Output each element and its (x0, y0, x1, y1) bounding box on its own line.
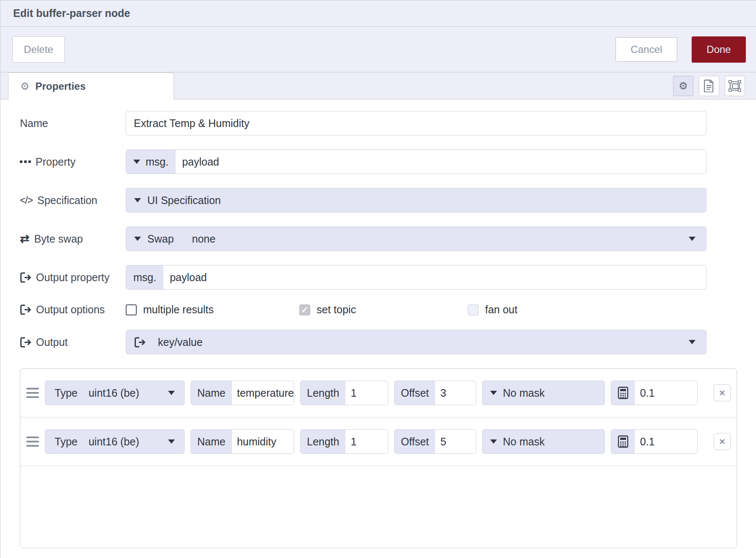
item-offset-input[interactable]: Offset 5 (394, 429, 476, 454)
item-length-label: Length (301, 381, 345, 405)
name-input[interactable]: Extract Temp & Humidity (126, 111, 706, 135)
output-select[interactable]: key/value (126, 330, 706, 354)
output-property-input[interactable]: msg. payload (126, 265, 706, 290)
multiple-results-option: multiple results (126, 304, 299, 316)
item-type-select[interactable]: Type uint16 (be) (45, 429, 185, 454)
tab-properties-label: Properties (36, 80, 86, 92)
item-mask-select[interactable]: No mask (482, 429, 605, 454)
item-name-input[interactable]: Name humidity (190, 429, 294, 454)
sign-out-icon (134, 337, 146, 348)
item-type-label: Type (55, 387, 77, 399)
output-label-wrap: Output (20, 336, 126, 348)
delete-button[interactable]: Delete (12, 36, 65, 63)
sign-out-icon (20, 337, 31, 348)
item-offset-value: 5 (435, 436, 446, 448)
row-name: Name Extract Temp & Humidity (20, 111, 737, 135)
sign-out-icon (20, 304, 31, 315)
item-type-select[interactable]: Type uint16 (be) (45, 381, 185, 405)
item-name-value: temperature (232, 387, 294, 399)
name-label-wrap: Name (20, 117, 126, 130)
specification-label: Specification (37, 194, 97, 207)
dialog-title: Edit buffer-parser node (13, 7, 130, 19)
remove-item-button[interactable]: × (714, 433, 731, 450)
properties-panel: Name Extract Temp & Humidity Property ms… (0, 99, 756, 558)
name-value: Extract Temp & Humidity (126, 117, 249, 130)
output-property-label-wrap: Output property (20, 271, 126, 284)
item-type-value: uint16 (be) (88, 436, 139, 448)
item-length-input[interactable]: Length 1 (300, 429, 388, 454)
output-property-label: Output property (36, 271, 110, 284)
chevron-down-icon (168, 391, 175, 395)
item-scale-input[interactable]: 0.1 (611, 381, 698, 405)
item-scale-input[interactable]: 0.1 (611, 429, 698, 454)
item-name-input[interactable]: Name temperature (190, 381, 294, 405)
set-topic-option: set topic (299, 304, 468, 316)
item-offset-input[interactable]: Offset 3 (394, 381, 476, 405)
property-type-button[interactable]: msg. (126, 150, 176, 174)
row-output-options: Output options multiple results set topi… (20, 304, 737, 316)
fan-out-option: fan out (468, 304, 517, 316)
gear-icon: ⚙ (20, 81, 30, 91)
done-button[interactable]: Done (692, 36, 746, 63)
property-prefix: msg. (146, 156, 168, 168)
chevron-down-icon (134, 237, 141, 241)
fan-out-checkbox[interactable] (468, 304, 479, 315)
item-length-label: Length (301, 430, 345, 453)
output-value: key/value (158, 336, 203, 348)
item-mask-value: No mask (503, 436, 545, 448)
item-type-value: uint16 (be) (88, 387, 139, 399)
chevron-down-icon (490, 439, 497, 444)
cancel-button[interactable]: Cancel (615, 37, 677, 62)
name-label: Name (20, 117, 48, 130)
code-icon: </> (20, 195, 33, 206)
item-mask-select[interactable]: No mask (482, 381, 605, 405)
item-offset-label: Offset (395, 430, 435, 453)
drag-handle-icon[interactable] (26, 436, 39, 447)
multiple-results-checkbox[interactable] (126, 304, 137, 315)
dialog-header: Edit buffer-parser node (0, 0, 756, 27)
item-length-input[interactable]: Length 1 (300, 381, 388, 405)
item-offset-value: 3 (435, 387, 446, 399)
item-name-value: humidity (232, 436, 276, 448)
specification-select[interactable]: UI Specification (126, 188, 706, 213)
specification-value: UI Specification (147, 194, 221, 207)
property-input[interactable]: msg. payload (126, 149, 706, 174)
row-byte-swap: ⇄ Byte swap Swap none (20, 227, 737, 251)
appearance-view-button[interactable] (725, 76, 745, 96)
calculator-icon (611, 430, 635, 453)
document-icon (704, 80, 715, 92)
properties-view-button[interactable]: ⚙ (673, 76, 693, 96)
drag-handle-icon[interactable] (26, 388, 39, 398)
gear-icon: ⚙ (679, 81, 688, 91)
calculator-icon (611, 381, 635, 405)
chevron-down-icon (168, 439, 175, 444)
item-name-label: Name (191, 430, 232, 453)
remove-item-button[interactable]: × (714, 384, 731, 401)
ellipsis-icon (20, 160, 31, 163)
output-property-type-button[interactable]: msg. (126, 265, 163, 289)
item-length-value: 1 (345, 387, 356, 399)
output-options-group: multiple results set topic fan out (126, 304, 706, 316)
tab-bar: ⚙ Properties ⚙ (0, 72, 756, 99)
item-mask-value: No mask (503, 387, 545, 399)
row-property: Property msg. payload (20, 149, 737, 174)
chevron-down-icon (689, 237, 695, 241)
row-output: Output key/value (20, 330, 737, 354)
item-scale-value: 0.1 (635, 387, 655, 399)
item-type-label: Type (55, 436, 77, 448)
row-specification: </> Specification UI Specification (20, 188, 737, 213)
item-length-value: 1 (345, 436, 356, 448)
set-topic-checkbox[interactable] (299, 304, 310, 315)
output-options-label-wrap: Output options (20, 304, 126, 316)
tab-properties[interactable]: ⚙ Properties (8, 72, 174, 99)
byte-swap-select[interactable]: Swap none (126, 227, 706, 251)
description-view-button[interactable] (699, 76, 719, 96)
byte-swap-prefix: Swap (147, 233, 174, 245)
appearance-icon (728, 80, 741, 92)
byte-swap-value: none (192, 233, 216, 245)
parse-items-list: Type uint16 (be) Name temperature Length… (20, 368, 737, 548)
multiple-results-label: multiple results (143, 304, 214, 316)
output-property-prefix: msg. (133, 271, 156, 284)
property-value: payload (176, 156, 219, 168)
sign-out-icon (20, 272, 31, 283)
